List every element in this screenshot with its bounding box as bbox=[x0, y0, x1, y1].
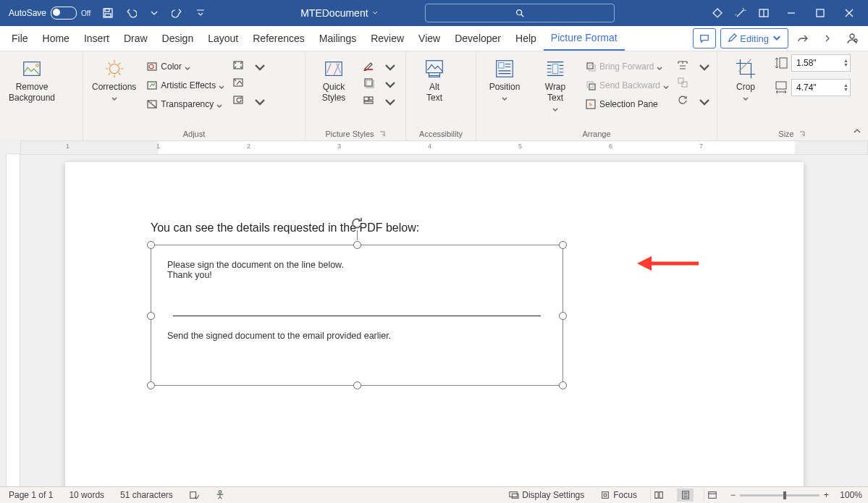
undo-icon[interactable] bbox=[121, 3, 141, 23]
tab-design[interactable]: Design bbox=[155, 26, 201, 51]
search-box[interactable] bbox=[425, 4, 615, 22]
redo-icon[interactable] bbox=[167, 3, 187, 23]
tab-home[interactable]: Home bbox=[35, 26, 77, 51]
spellcheck-icon[interactable] bbox=[186, 490, 202, 500]
tab-help[interactable]: Help bbox=[508, 26, 544, 51]
change-picture-icon[interactable] bbox=[232, 76, 245, 89]
print-layout-icon[interactable] bbox=[677, 489, 694, 502]
undo-more-icon[interactable] bbox=[144, 3, 164, 23]
dialog-launcher-icon[interactable] bbox=[799, 130, 806, 138]
dialog-launcher-icon[interactable] bbox=[379, 130, 386, 138]
svg-rect-33 bbox=[589, 84, 595, 90]
tab-developer[interactable]: Developer bbox=[447, 26, 508, 51]
web-layout-icon[interactable] bbox=[704, 489, 720, 502]
comments-button[interactable] bbox=[693, 28, 716, 48]
quick-styles-button[interactable]: Quick Styles bbox=[311, 54, 356, 106]
alt-text-button[interactable]: Alt Text bbox=[412, 54, 457, 106]
width-input[interactable]: 4.74"▲▼ bbox=[791, 79, 851, 96]
svg-rect-36 bbox=[678, 78, 683, 83]
svg-rect-2 bbox=[105, 14, 111, 17]
maximize-icon[interactable] bbox=[806, 3, 835, 23]
autosave-toggle[interactable]: AutoSave Off bbox=[4, 7, 95, 20]
height-input[interactable]: 1.58"▲▼ bbox=[791, 54, 851, 72]
color-button[interactable]: Color bbox=[145, 59, 226, 75]
svg-rect-31 bbox=[587, 63, 593, 69]
group-objects-icon[interactable] bbox=[676, 76, 689, 89]
tab-picture-format[interactable]: Picture Format bbox=[544, 26, 625, 51]
overflow-icon[interactable] bbox=[817, 29, 838, 48]
wand-icon[interactable] bbox=[730, 3, 751, 23]
read-mode-icon[interactable] bbox=[650, 489, 667, 502]
char-count[interactable]: 51 characters bbox=[117, 490, 176, 500]
svg-rect-37 bbox=[682, 82, 687, 87]
remove-background-button[interactable]: Remove Background bbox=[6, 54, 58, 106]
signature-line bbox=[173, 315, 541, 316]
minimize-icon[interactable] bbox=[777, 3, 806, 23]
window-layout-icon[interactable] bbox=[754, 3, 774, 23]
intro-text: You can see the details requested in the… bbox=[151, 221, 718, 234]
resize-handle[interactable] bbox=[147, 381, 155, 389]
document-title[interactable]: MTEDocument bbox=[300, 7, 378, 19]
svg-rect-19 bbox=[326, 62, 342, 76]
editing-mode-button[interactable]: Editing bbox=[720, 28, 788, 48]
resize-handle[interactable] bbox=[559, 312, 567, 320]
tab-mailings[interactable]: Mailings bbox=[312, 26, 363, 51]
resize-handle[interactable] bbox=[353, 381, 361, 389]
resize-handle[interactable] bbox=[147, 241, 155, 249]
diamond-icon[interactable] bbox=[707, 3, 728, 23]
picture-border-icon[interactable] bbox=[362, 59, 375, 72]
width-icon bbox=[774, 80, 788, 95]
zoom-level[interactable]: 100% bbox=[833, 490, 862, 500]
word-count[interactable]: 10 words bbox=[66, 490, 107, 500]
save-icon[interactable] bbox=[98, 3, 118, 23]
accessibility-status-icon[interactable] bbox=[212, 490, 228, 500]
tab-draw[interactable]: Draw bbox=[117, 26, 155, 51]
artistic-effects-button[interactable]: Artistic Effects bbox=[145, 77, 226, 93]
horizontal-ruler[interactable]: 1 1 2 3 4 5 6 7 bbox=[20, 140, 868, 155]
zoom-slider[interactable] bbox=[740, 494, 819, 496]
tab-references[interactable]: References bbox=[245, 26, 312, 51]
zoom-in-icon[interactable]: + bbox=[824, 490, 829, 500]
page[interactable]: You can see the details requested in the… bbox=[65, 162, 804, 487]
svg-rect-27 bbox=[429, 73, 440, 77]
resize-handle[interactable] bbox=[559, 381, 567, 389]
svg-rect-44 bbox=[602, 492, 609, 499]
resize-handle[interactable] bbox=[147, 312, 155, 320]
close-icon[interactable] bbox=[835, 3, 864, 23]
tab-review[interactable]: Review bbox=[363, 26, 411, 51]
zoom-controls[interactable]: − + 100% bbox=[730, 490, 862, 500]
zoom-out-icon[interactable]: − bbox=[730, 490, 736, 500]
page-indicator[interactable]: Page 1 of 1 bbox=[6, 490, 56, 500]
tab-file[interactable]: File bbox=[4, 26, 35, 51]
rotate-icon[interactable] bbox=[676, 93, 689, 106]
picture-layout-icon[interactable] bbox=[362, 93, 375, 106]
tab-view[interactable]: View bbox=[411, 26, 447, 51]
autosave-switch-off[interactable] bbox=[51, 7, 77, 20]
selection-pane-button[interactable]: Selection Pane bbox=[583, 96, 670, 112]
position-button[interactable]: Position bbox=[482, 54, 527, 103]
vertical-ruler[interactable] bbox=[0, 140, 20, 487]
qat-more-icon[interactable] bbox=[190, 3, 211, 23]
align-icon[interactable] bbox=[676, 59, 689, 72]
transparency-button[interactable]: Transparency bbox=[145, 96, 226, 112]
share-icon[interactable] bbox=[793, 29, 813, 48]
collapse-ribbon-icon[interactable] bbox=[852, 126, 862, 138]
crop-button[interactable]: Crop bbox=[723, 54, 768, 103]
resize-handle[interactable] bbox=[353, 241, 361, 249]
focus-button[interactable]: Focus bbox=[597, 490, 640, 500]
resize-handle[interactable] bbox=[559, 241, 567, 249]
picture-effects-icon[interactable] bbox=[362, 76, 375, 89]
svg-rect-5 bbox=[817, 9, 824, 17]
compress-pictures-icon[interactable] bbox=[232, 59, 245, 72]
display-settings-button[interactable]: Display Settings bbox=[506, 490, 587, 500]
account-icon[interactable] bbox=[842, 29, 862, 48]
reset-picture-icon[interactable] bbox=[232, 93, 245, 106]
tab-insert[interactable]: Insert bbox=[77, 26, 117, 51]
wrap-text-button[interactable]: Wrap Text bbox=[533, 54, 578, 114]
svg-rect-29 bbox=[499, 63, 505, 69]
corrections-button[interactable]: Corrections bbox=[89, 54, 139, 103]
selected-picture[interactable]: Please sign the document on the line bel… bbox=[151, 245, 563, 386]
rotate-handle-icon[interactable] bbox=[350, 216, 364, 230]
tab-layout[interactable]: Layout bbox=[201, 26, 245, 51]
autosave-state: Off bbox=[81, 9, 90, 17]
